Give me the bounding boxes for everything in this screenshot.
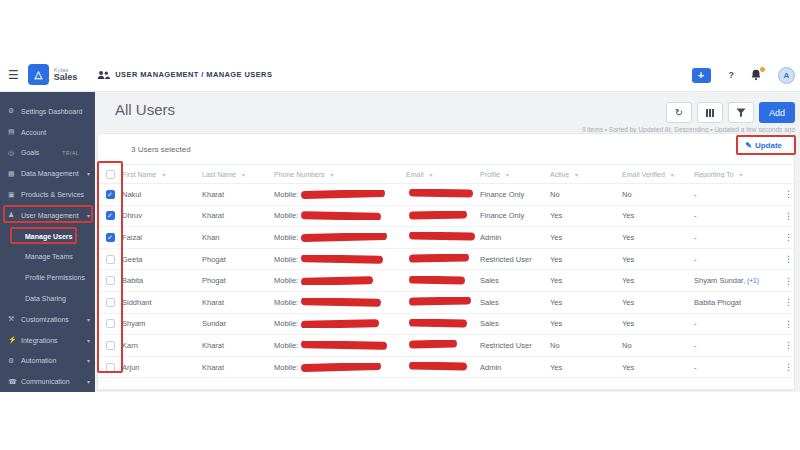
chevron-down-icon: ▾	[87, 378, 90, 385]
sidebar-item-customizations[interactable]: ⚒Customizations▾	[0, 309, 95, 330]
sidebar-item-automation[interactable]: ⚙Automation▾	[0, 351, 95, 372]
quick-add-button[interactable]: +	[692, 68, 711, 83]
table-row[interactable]: BabitaPhogatMobile:SalesYesYesShyam Sund…	[98, 270, 794, 292]
row-menu-icon[interactable]: ⋮	[784, 232, 793, 242]
selected-count: 3 Users selected	[131, 145, 191, 154]
filter-button[interactable]	[728, 102, 754, 123]
sidebar-item-data-sharing[interactable]: Data Sharing	[0, 288, 95, 309]
column-header-email-verified: Email Verified	[622, 171, 665, 178]
sidebar-item-label: Settings Dashboard	[21, 108, 82, 115]
main-content: All Users ↻ Add 9 items • Sorted by Upda…	[95, 92, 800, 392]
email-redaction-scribble	[409, 297, 471, 306]
reporting-to: -	[694, 255, 697, 264]
row-menu-icon[interactable]: ⋮	[784, 276, 793, 286]
add-button[interactable]: Add	[759, 102, 795, 123]
row-menu-icon[interactable]: ⋮	[784, 211, 793, 221]
users-icon: ♟	[8, 211, 18, 219]
products-icon: ▣	[8, 191, 18, 199]
sidebar-item-user-management[interactable]: ♟User Management▾	[0, 205, 95, 226]
row-menu-icon[interactable]: ⋮	[784, 340, 793, 350]
sort-caret-icon[interactable]: ▾	[671, 171, 674, 178]
reporting-to: -	[694, 233, 697, 242]
column-header-profile: Profile	[480, 171, 500, 178]
avatar[interactable]: A	[778, 67, 795, 84]
table-row[interactable]: DhruvKharatMobile:Finance OnlyYesYes-⋮	[98, 206, 794, 228]
row-checkbox[interactable]	[106, 319, 115, 328]
page-title: All Users	[115, 101, 175, 118]
reporting-more-link[interactable]: (+1)	[745, 277, 759, 284]
columns-icon	[706, 109, 714, 117]
sort-caret-icon[interactable]: ▾	[575, 171, 578, 178]
breadcrumb: USER MANAGEMENT / MANAGE USERS	[97, 70, 272, 80]
table-row[interactable]: ArjunKharatMobile:AdminYesYes-⋮	[98, 357, 794, 379]
sidebar: ⚙Settings Dashboard▤Account◎GoalsTRIAL▦D…	[0, 92, 95, 392]
kylas-logo[interactable]: △	[28, 64, 49, 85]
first-name: Babita	[122, 276, 143, 285]
select-all-checkbox[interactable]	[106, 170, 115, 179]
hamburger-menu-icon[interactable]: ☰	[8, 68, 19, 82]
sidebar-item-settings-dashboard[interactable]: ⚙Settings Dashboard	[0, 101, 95, 122]
notification-badge	[759, 66, 766, 73]
sidebar-item-data-management[interactable]: ▦Data Management▾	[0, 163, 95, 184]
chevron-down-icon: ▾	[87, 212, 90, 219]
row-checkbox[interactable]	[106, 255, 115, 264]
sidebar-item-profile-permissions[interactable]: Profile Permissions	[0, 267, 95, 288]
gear-icon: ⚙	[8, 107, 18, 115]
row-checkbox[interactable]	[106, 298, 115, 307]
columns-button[interactable]	[697, 102, 723, 123]
sort-caret-icon[interactable]: ▾	[331, 171, 334, 178]
sidebar-item-goals[interactable]: ◎GoalsTRIAL	[0, 143, 95, 164]
email-redaction-scribble	[409, 362, 467, 371]
row-menu-icon[interactable]: ⋮	[784, 297, 793, 307]
table-row[interactable]: KarnKharatMobile:Restricted UserNoNo-⋮	[98, 335, 794, 357]
active: Yes	[550, 211, 562, 220]
row-checkbox[interactable]	[106, 341, 115, 350]
row-menu-icon[interactable]: ⋮	[784, 254, 793, 264]
sort-caret-icon[interactable]: ▾	[162, 171, 165, 178]
last-name: Kharat	[202, 190, 224, 199]
refresh-button[interactable]: ↻	[666, 102, 692, 123]
row-menu-icon[interactable]: ⋮	[784, 319, 793, 329]
help-icon[interactable]: ?	[729, 70, 735, 80]
row-menu-icon[interactable]: ⋮	[784, 189, 793, 199]
sidebar-item-label: Account	[21, 129, 46, 136]
sort-caret-icon[interactable]: ▾	[506, 171, 509, 178]
phone-icon: ☎	[8, 378, 18, 386]
row-checkbox[interactable]	[106, 211, 115, 220]
email-verified: No	[622, 190, 632, 199]
sort-caret-icon[interactable]: ▾	[242, 171, 245, 178]
row-menu-icon[interactable]: ⋮	[784, 362, 793, 372]
notifications-button[interactable]	[750, 69, 762, 81]
row-checkbox[interactable]	[106, 363, 115, 372]
phone-redaction-scribble	[301, 276, 373, 285]
sidebar-item-manage-users[interactable]: Manage Users	[0, 226, 95, 247]
active: Yes	[550, 255, 562, 264]
table-row[interactable]: ShyamSundarMobile:SalesYesYes-⋮	[98, 314, 794, 336]
email-redaction-scribble	[409, 276, 465, 284]
sort-caret-icon[interactable]: ▾	[430, 171, 433, 178]
table-row[interactable]: FaizalKhanMobile:AdminYesYes-⋮	[98, 227, 794, 249]
email-redaction-scribble	[409, 254, 469, 263]
sidebar-item-label: Customizations	[21, 316, 69, 323]
pencil-icon: ✎	[745, 141, 752, 150]
table-row[interactable]: SiddhantKharatMobile:SalesYesYesBabita P…	[98, 292, 794, 314]
email-verified: Yes	[622, 363, 634, 372]
chevron-down-icon: ▾	[87, 357, 90, 364]
row-checkbox[interactable]	[106, 190, 115, 199]
row-checkbox[interactable]	[106, 233, 115, 242]
sort-caret-icon[interactable]: ▾	[740, 171, 743, 178]
row-checkbox[interactable]	[106, 276, 115, 285]
trial-badge: TRIAL	[62, 150, 79, 156]
first-name: Geeta	[122, 255, 142, 264]
update-button[interactable]: ✎ Update	[745, 141, 782, 150]
table-row[interactable]: GeetaPhogatMobile:Restricted UserYesYes-…	[98, 249, 794, 271]
sidebar-item-communication[interactable]: ☎Communication▾	[0, 371, 95, 392]
sidebar-item-label: Integrations	[21, 337, 58, 344]
sidebar-item-products-services[interactable]: ▣Products & Services	[0, 184, 95, 205]
email-redaction-scribble	[409, 319, 467, 328]
sidebar-item-account[interactable]: ▤Account	[0, 122, 95, 143]
sidebar-item-manage-teams[interactable]: Manage Teams	[0, 247, 95, 268]
table-row[interactable]: NakulKharatMobile:Finance OnlyNoNo-⋮	[98, 184, 794, 206]
sidebar-item-integrations[interactable]: ⚡Integrations▾	[0, 330, 95, 351]
sidebar-item-label: Profile Permissions	[25, 274, 85, 281]
